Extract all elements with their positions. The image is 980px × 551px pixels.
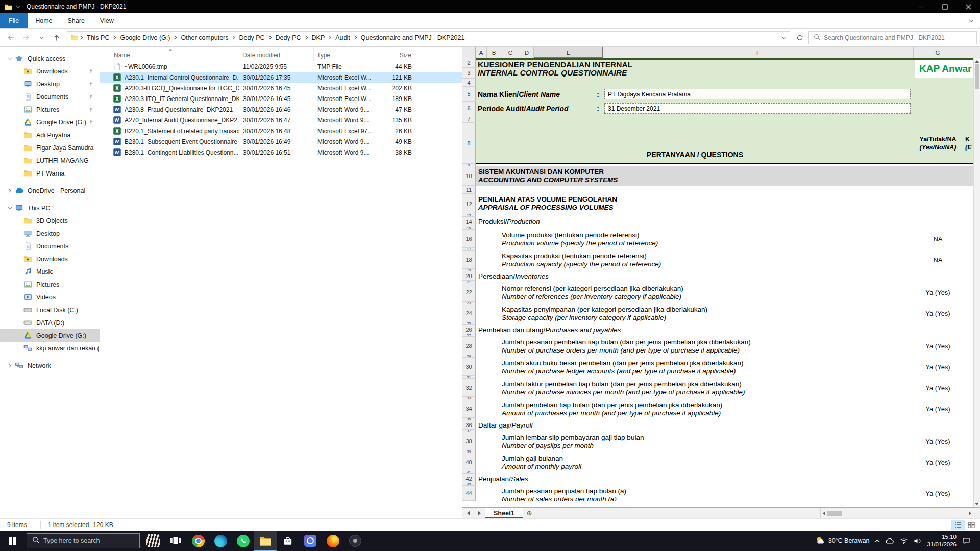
expand-chevron-icon[interactable] <box>6 362 13 369</box>
scroll-right-arrow-icon[interactable] <box>969 511 971 515</box>
preview-horizontal-scrollbar[interactable] <box>820 508 973 518</box>
sidebar-item[interactable]: Downloads <box>0 253 100 265</box>
breadcrumb-separator-icon[interactable] <box>268 35 273 40</box>
app-icon-microsoft-store[interactable] <box>277 531 299 551</box>
address-field[interactable]: This PCGoogle Drive (G:)Other computersD… <box>67 31 790 44</box>
row-header-42[interactable]: 42 <box>462 474 476 483</box>
app-icon-chrome[interactable] <box>187 531 209 551</box>
app-icon-firefox[interactable] <box>322 531 344 551</box>
column-header-partial[interactable] <box>962 47 980 58</box>
sheet-tab-sheet1[interactable]: Sheet1 <box>485 508 523 518</box>
sheet-row-2[interactable]: 2KUESIONER PENGENDALIAN INTERNAL <box>462 58 980 68</box>
tab-share[interactable]: Share <box>60 13 92 28</box>
action-center-icon[interactable] <box>962 537 970 544</box>
maximize-button[interactable] <box>933 0 957 13</box>
file-row[interactable]: A270_Internal Audit Questionnaire_DKP2..… <box>100 115 462 126</box>
sidebar-item[interactable]: Music <box>0 265 100 278</box>
show-desktop-button[interactable] <box>976 531 978 551</box>
column-header-F[interactable]: F <box>603 47 914 58</box>
address-dropdown-chevron-icon[interactable] <box>777 36 790 39</box>
sidebar-item[interactable]: Videos <box>0 291 100 304</box>
sidebar-item[interactable]: Desktop <box>0 78 100 90</box>
column-header-date-modified[interactable]: Date modified <box>239 48 314 61</box>
row-header-4[interactable]: 4 <box>462 79 476 87</box>
sidebar-section[interactable]: OneDrive - Personal <box>0 184 100 197</box>
sidebar-item[interactable]: Figar Jaya Samudra <box>0 141 100 154</box>
expand-ribbon-chevron-icon[interactable] <box>963 13 980 28</box>
vertical-scroll-thumb[interactable] <box>975 64 979 89</box>
sidebar-item[interactable]: Documents <box>0 90 100 103</box>
sheet-row-24[interactable]: 24Kapasitas penyimpanan (per kategori pe… <box>462 304 980 322</box>
file-row[interactable]: A230.3-ITGCQ_Questionnaire for ITGC_DK..… <box>100 83 462 93</box>
tab-file[interactable]: File <box>0 13 28 28</box>
breadcrumb-separator-icon[interactable] <box>304 35 309 40</box>
sheet-row-44[interactable]: 44Jumlah pesanan penjualan tiap bulan (a… <box>462 486 980 501</box>
column-header-G[interactable]: G <box>914 47 962 58</box>
column-header-A[interactable]: A <box>476 47 487 58</box>
breadcrumb-separator-icon[interactable] <box>353 35 358 40</box>
sheet-row-36[interactable]: 36Daftar gaji/Payroll <box>462 420 980 430</box>
start-button[interactable] <box>0 531 24 551</box>
row-header-2[interactable]: 2 <box>462 58 476 68</box>
breadcrumb-separator-icon[interactable] <box>232 35 236 40</box>
breadcrumb-item[interactable]: Other computers <box>178 34 231 41</box>
row-header-18[interactable]: 18 <box>462 251 476 269</box>
breadcrumb-separator-icon[interactable] <box>112 35 117 40</box>
row-header-34[interactable]: 34 <box>462 399 476 418</box>
sheet-row-7[interactable]: 7 <box>462 115 980 123</box>
sidebar-item[interactable]: Local Disk (C:) <box>0 304 100 316</box>
sheet-row-20[interactable]: 20Persediaan/Inventories <box>462 271 980 281</box>
app-icon-file-explorer[interactable] <box>254 531 277 551</box>
app-icon-zebra-photo[interactable] <box>142 531 164 551</box>
network-wifi-icon[interactable] <box>900 538 908 544</box>
column-header-name[interactable]: Name <box>111 48 239 61</box>
row-header-5[interactable]: 5 <box>462 87 476 102</box>
sidebar-item[interactable]: Documents <box>0 240 100 253</box>
onedrive-cloud-icon[interactable] <box>886 538 894 544</box>
clock[interactable]: 15:10 31/01/2026 <box>927 533 957 548</box>
explorer-search-box[interactable]: Search Questionnaire and PMPJ - DKP2021 <box>808 31 977 44</box>
file-row[interactable]: ~WRL0066.tmp11/02/2025 9:55TMP File44 KB <box>100 61 462 72</box>
volume-icon[interactable] <box>914 538 921 544</box>
sidebar-item[interactable]: DATA (D:) <box>0 316 100 329</box>
row-header-32[interactable]: 32 <box>462 379 476 397</box>
sheet-row-8[interactable]: 8PERTANYAAN / QUESTIONSYa/Tidak/NA(Yes/N… <box>462 123 980 164</box>
up-button[interactable] <box>49 31 64 45</box>
sidebar-item[interactable]: Google Drive (G:) <box>0 329 100 342</box>
horizontal-scroll-thumb[interactable] <box>827 511 842 516</box>
row-header-38[interactable]: 38 <box>462 432 476 450</box>
row-header-36[interactable]: 36 <box>462 420 476 430</box>
sidebar-section[interactable]: Network <box>0 359 100 372</box>
scroll-up-arrow-icon[interactable] <box>975 60 979 63</box>
app-icon-photos[interactable] <box>299 531 322 551</box>
forward-button[interactable] <box>18 31 34 45</box>
file-row[interactable]: B220.1_Statement of related party transa… <box>100 126 462 136</box>
file-row[interactable]: A230.3-ITQ_IT General Questionnaire_DK..… <box>100 93 462 104</box>
sheet-nav-left-icon[interactable] <box>462 508 474 518</box>
breadcrumb-item[interactable]: Dedy PC <box>236 34 268 41</box>
expand-chevron-icon[interactable] <box>6 205 13 212</box>
quick-access-toolbar-chevron-icon[interactable] <box>16 5 20 8</box>
file-row[interactable]: B230.1_Subsequent Event Questionnaire_..… <box>100 136 462 147</box>
sidebar-section[interactable]: This PC <box>0 202 100 214</box>
hidden-icons-chevron-icon[interactable] <box>875 539 880 543</box>
taskbar-search-box[interactable]: Type here to search <box>27 533 140 548</box>
sidebar-section[interactable]: Quick access <box>0 52 100 65</box>
sheet-row-38[interactable]: 38Jumlah lembar slip pembayaran gaji tia… <box>462 432 980 450</box>
refresh-button[interactable] <box>793 31 807 44</box>
tab-home[interactable]: Home <box>28 13 60 28</box>
tab-view[interactable]: View <box>92 13 121 28</box>
breadcrumb-item[interactable]: This PC <box>84 34 112 41</box>
row-header-7[interactable]: 7 <box>462 115 476 123</box>
scroll-left-arrow-icon[interactable] <box>823 511 825 515</box>
breadcrumb-item[interactable]: Questionnaire and PMPJ - DKP2021 <box>358 34 468 41</box>
row-header-28[interactable]: 28 <box>462 337 476 355</box>
column-header-size[interactable]: Size <box>374 48 418 61</box>
sheet-row-40[interactable]: 40Jumlah gaji bulananAmount of monthly p… <box>462 453 980 471</box>
sheet-row-14[interactable]: 14Produksi/Production <box>462 217 980 227</box>
app-icon-whatsapp[interactable] <box>232 531 254 551</box>
sidebar-item[interactable]: Pictures <box>0 103 100 116</box>
app-icon-dark-app[interactable] <box>344 531 366 551</box>
sheet-row-42[interactable]: 42Penjualan/Sales <box>462 474 980 483</box>
column-header-type[interactable]: Type <box>314 48 374 61</box>
